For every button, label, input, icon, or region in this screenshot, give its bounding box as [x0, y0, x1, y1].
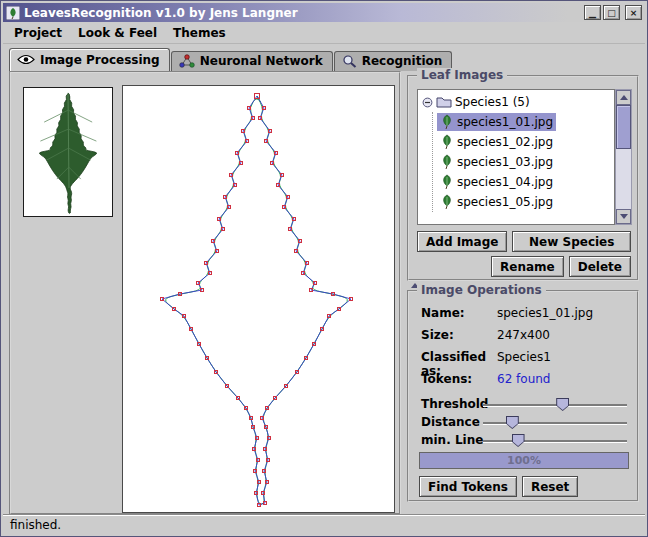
field-classified-value: Species1: [497, 350, 551, 366]
image-processing-panel: [9, 71, 401, 515]
field-size-value: 247x400: [497, 328, 550, 344]
distance-slider-track[interactable]: [483, 422, 627, 424]
find-tokens-button[interactable]: Find Tokens: [419, 476, 517, 497]
tab-label: Recognition: [362, 54, 443, 68]
tree-item-species1-02[interactable]: species1_02.jpg: [433, 132, 614, 152]
threshold-slider[interactable]: Threshold: [421, 396, 627, 412]
window-title: LeavesRecognition v1.0 by Jens Langner: [24, 6, 298, 20]
delete-button[interactable]: Delete: [569, 256, 631, 277]
token-canvas[interactable]: [122, 85, 395, 513]
folder-icon: [436, 96, 452, 108]
tab-image-processing[interactable]: Image Processing: [9, 48, 170, 71]
leaf-icon: [440, 154, 454, 170]
tree-scrollbar[interactable]: [615, 89, 632, 225]
leaf-icon: [440, 114, 454, 130]
leaf-images-tree: Species1 (5) species1_01.jpg species1_02…: [417, 89, 615, 225]
leaf-icon: [440, 134, 454, 150]
app-icon: [6, 6, 20, 20]
thumbnail-svg: [24, 88, 112, 216]
tree-root-label[interactable]: Species1 (5): [455, 95, 530, 109]
tree-root-species1[interactable]: Species1 (5): [418, 92, 614, 112]
rename-button[interactable]: Rename: [491, 256, 564, 277]
min-line-slider[interactable]: min. Line: [421, 432, 627, 448]
field-size: Size: 247x400: [421, 328, 550, 344]
status-text: finished.: [10, 518, 61, 532]
new-species-button[interactable]: New Species: [512, 231, 631, 252]
tab-label: Image Processing: [40, 53, 160, 67]
threshold-slider-thumb[interactable]: [556, 398, 569, 411]
field-name: Name: species1_01.jpg: [421, 306, 593, 322]
tree-item-species1-03[interactable]: species1_03.jpg: [433, 152, 614, 172]
minimize-button[interactable]: ▁: [584, 5, 601, 20]
expander-icon[interactable]: [422, 97, 433, 108]
min-line-slider-track[interactable]: [483, 440, 627, 442]
threshold-slider-track[interactable]: [483, 404, 627, 406]
leaf-icon: [440, 174, 454, 190]
network-icon: [179, 54, 195, 68]
menu-project[interactable]: Project: [7, 24, 69, 42]
reset-button[interactable]: Reset: [522, 476, 578, 497]
progress-text: 100%: [420, 453, 628, 468]
tree-item-species1-05[interactable]: species1_05.jpg: [433, 192, 614, 212]
tab-label: Neuronal Network: [200, 54, 323, 68]
add-image-button[interactable]: Add Image: [417, 231, 507, 252]
scroll-up-icon: [620, 95, 628, 100]
leaf-images-group: Leaf Images Species1 (5) species1_01.jpg…: [407, 75, 639, 281]
menu-bar: Project Look & Feel Themes: [3, 23, 645, 44]
field-tokens-value: 62 found: [497, 372, 550, 388]
leaf-thumbnail: [23, 87, 113, 217]
field-classified-as: Classified as: Species1: [421, 350, 551, 366]
recognition-icon: [342, 54, 357, 68]
field-name-value: species1_01.jpg: [497, 306, 593, 322]
title-bar: LeavesRecognition v1.0 by Jens Langner ▁…: [3, 3, 645, 22]
tree-item-species1-04[interactable]: species1_04.jpg: [433, 172, 614, 192]
scroll-down-button[interactable]: [616, 209, 631, 224]
distance-slider[interactable]: Distance: [421, 414, 627, 430]
eye-icon: [17, 54, 35, 65]
min-line-label: min. Line: [421, 433, 483, 447]
app-window: LeavesRecognition v1.0 by Jens Langner ▁…: [0, 0, 648, 537]
menu-themes[interactable]: Themes: [166, 24, 233, 42]
scrollbar-thumb[interactable]: [616, 105, 631, 149]
image-operations-group: Image Operations Name: species1_01.jpg S…: [407, 290, 639, 502]
menu-look-and-feel[interactable]: Look & Feel: [71, 24, 164, 42]
status-bar: finished.: [3, 514, 645, 534]
distance-slider-thumb[interactable]: [506, 416, 519, 429]
tab-bar: Image Processing Neuronal Network Recogn…: [3, 46, 645, 71]
leaf-images-title: Leaf Images: [417, 68, 507, 82]
leaf-canvas-svg: [123, 86, 394, 512]
image-operations-title: Image Operations: [417, 283, 546, 297]
threshold-label: Threshold: [421, 397, 488, 411]
tree-children: species1_01.jpg species1_02.jpg species1…: [432, 112, 614, 212]
scroll-down-icon: [620, 214, 628, 219]
tree-item-species1-01[interactable]: species1_01.jpg: [433, 112, 614, 132]
close-button[interactable]: ×: [625, 5, 642, 20]
min-line-slider-thumb[interactable]: [512, 434, 525, 447]
progress-bar: 100%: [419, 452, 629, 469]
distance-label: Distance: [421, 415, 480, 429]
scroll-up-button[interactable]: [616, 90, 631, 105]
maximize-button[interactable]: □: [603, 5, 620, 20]
tab-neuronal-network[interactable]: Neuronal Network: [171, 51, 333, 71]
leaf-icon: [440, 194, 454, 210]
field-tokens: Tokens: 62 found: [421, 372, 550, 388]
